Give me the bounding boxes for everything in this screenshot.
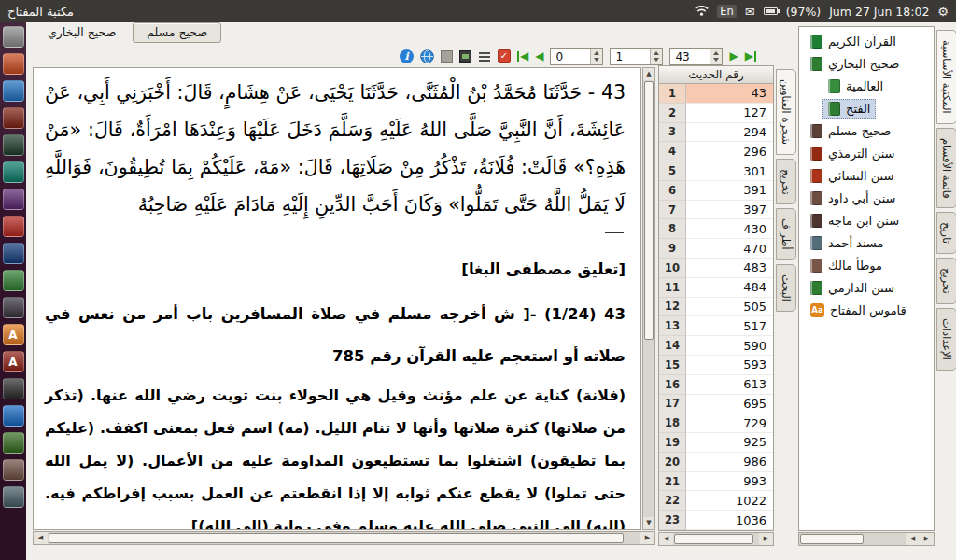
scrollbar-thumb[interactable] (644, 81, 654, 340)
session-gear-icon[interactable]: ⚙ (937, 6, 949, 18)
tree-item[interactable]: الفتح (799, 97, 934, 119)
hadith-row[interactable]: 221022 (659, 491, 773, 511)
page-spinbox[interactable]: 0 (550, 48, 603, 65)
tree-item[interactable]: القرآن الكريم (799, 30, 934, 52)
hadith-row[interactable]: 12505 (659, 298, 773, 317)
dock-icon-terminal[interactable] (3, 53, 24, 75)
clock[interactable]: Jum 27 Jun 18:02 (829, 5, 929, 19)
hadith-number[interactable]: 294 (686, 123, 773, 143)
hadith-number[interactable]: 729 (686, 413, 773, 433)
dock-icon-letter-a[interactable]: A (3, 351, 24, 372)
scroll-right-button[interactable] (759, 533, 773, 545)
dock-icon[interactable] (3, 297, 24, 318)
hadith-number[interactable]: 483 (686, 259, 773, 278)
book-tab[interactable]: صحيح البخاري (34, 22, 130, 43)
hadith-number[interactable]: 590 (686, 336, 773, 356)
dock-icon[interactable] (3, 405, 24, 427)
panel-tab[interactable]: البحث (776, 264, 796, 312)
library-tab[interactable]: الإعدادات (936, 308, 956, 371)
dock-icon-browser[interactable] (3, 80, 24, 102)
previous-hadith-button[interactable] (535, 50, 543, 62)
panel-tab[interactable]: شجرة العناوين (776, 69, 796, 155)
hadith-number[interactable]: 505 (686, 298, 773, 317)
tree-item[interactable]: مسند أحمد (799, 231, 934, 254)
tree-item[interactable]: موطأ مالك (799, 254, 934, 276)
hadith-row[interactable]: 20986 (659, 453, 773, 472)
last-hadith-button[interactable] (745, 50, 756, 62)
hadith-row[interactable]: 14590 (659, 336, 773, 356)
spinner-arrows[interactable] (650, 49, 662, 64)
hadith-number[interactable]: 397 (686, 201, 773, 220)
hadith-row[interactable]: 11484 (659, 278, 773, 298)
dock-icon[interactable] (3, 459, 24, 481)
tree-item[interactable]: سنن ابن ماجه (799, 209, 934, 231)
hadith-row[interactable]: 4296 (659, 142, 773, 161)
library-tab[interactable]: تخريج (936, 258, 956, 304)
hadith-number[interactable]: 470 (686, 239, 773, 259)
hadith-row[interactable]: 231036 (659, 511, 773, 530)
spinner-arrows[interactable] (710, 49, 722, 64)
hadith-number[interactable]: 593 (686, 356, 773, 375)
hadith-row[interactable]: 6391 (659, 181, 773, 201)
volume-spinbox[interactable]: 1 (610, 48, 663, 65)
hadith-number[interactable]: 613 (686, 375, 773, 395)
hadith-row[interactable]: 13517 (659, 316, 773, 336)
dock-icon-letter-a[interactable]: A (3, 324, 24, 345)
tree-item[interactable]: Aaقاموس المفتاح (799, 299, 934, 321)
dock-icon[interactable] (3, 243, 24, 264)
globe-button[interactable] (420, 49, 434, 63)
library-tab[interactable]: المكتبة الأساسية (936, 30, 956, 124)
tree-item[interactable]: سنن النسائي (799, 164, 934, 187)
dock-icon[interactable] (3, 378, 24, 399)
next-hadith-button[interactable] (729, 50, 738, 62)
hadith-row[interactable]: 19925 (659, 433, 773, 453)
battery-icon[interactable] (764, 7, 778, 15)
hadith-row[interactable]: 9470 (659, 239, 773, 259)
dock-icon-dash[interactable] (3, 26, 24, 48)
hadith-row[interactable]: 17695 (659, 395, 773, 414)
hadith-number[interactable]: 695 (686, 395, 773, 414)
library-tab[interactable]: قائمة الأقسام (936, 128, 956, 209)
hadith-number[interactable]: 301 (686, 161, 773, 181)
hadith-row[interactable]: 16613 (659, 375, 773, 395)
hadith-row[interactable]: 21993 (659, 472, 773, 492)
hadith-row[interactable]: 10483 (659, 259, 773, 278)
list-view-button[interactable] (478, 50, 491, 63)
scroll-right-button[interactable] (920, 533, 934, 545)
hadith-number[interactable]: 986 (686, 453, 773, 472)
hadith-number[interactable]: 925 (686, 433, 773, 453)
book-tab[interactable]: صحيح مسلم (133, 22, 221, 43)
scroll-left-button[interactable] (906, 533, 920, 545)
hadith-row[interactable]: 2127 (659, 104, 773, 123)
scroll-right-button[interactable] (640, 532, 654, 544)
hadith-row[interactable]: 8430 (659, 219, 773, 239)
scroll-down-button[interactable] (643, 517, 654, 529)
tree-item[interactable]: سنن أبي داود (799, 187, 934, 209)
hadith-number[interactable]: 993 (686, 472, 773, 492)
dock-icon[interactable] (3, 432, 24, 454)
dock-icon[interactable] (3, 216, 24, 237)
tree-item[interactable]: صحيح البخاري (799, 52, 934, 75)
hadith-row[interactable]: 18729 (659, 413, 773, 433)
hadith-text-panel[interactable]: 43 - حَدَّثَنَا مُحَمَّدُ بْنُ الْمُثَنَ… (33, 67, 641, 530)
stop-button[interactable] (441, 50, 453, 63)
library-tab[interactable]: تاريخ (936, 212, 956, 254)
spinner-arrows[interactable] (590, 49, 602, 64)
hadith-number[interactable]: 296 (686, 142, 773, 161)
dock-icon[interactable] (3, 486, 24, 508)
hadith-number[interactable]: 1022 (686, 491, 773, 511)
hadith-number[interactable]: 127 (686, 104, 773, 123)
dock-icon[interactable] (3, 107, 24, 129)
table-header[interactable]: رقم الحديث (659, 66, 773, 84)
scrollbar-thumb[interactable] (49, 533, 624, 543)
hadith-number[interactable]: 391 (686, 181, 773, 201)
keyboard-layout-indicator[interactable]: En (717, 5, 737, 18)
scroll-up-button[interactable] (643, 68, 654, 80)
hadith-row[interactable]: 15593 (659, 356, 773, 375)
hadith-row[interactable]: 7397 (659, 201, 773, 220)
hadith-row[interactable]: 143 (659, 84, 773, 104)
info-button[interactable]: i (400, 49, 414, 63)
scroll-left-button[interactable] (659, 533, 673, 545)
tree-item[interactable]: سنن الترمذي (799, 142, 934, 164)
tree-item[interactable]: العالمية (799, 75, 934, 97)
